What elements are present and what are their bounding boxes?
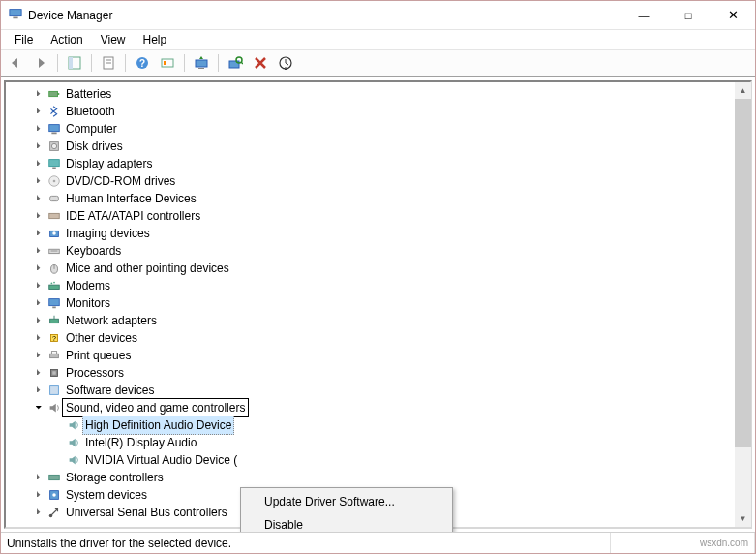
speaker-icon xyxy=(66,452,81,468)
expand-arrow-icon[interactable]: ⏵ xyxy=(31,104,46,119)
expand-arrow-icon[interactable]: ⏵ xyxy=(31,278,46,293)
tree-node[interactable]: ⏵Keyboards xyxy=(8,242,748,260)
show-hide-console-tree-button[interactable] xyxy=(64,52,85,74)
expand-arrow-icon[interactable]: ⏵ xyxy=(31,261,46,276)
scroll-down-button[interactable]: ▼ xyxy=(735,510,751,527)
tree-node[interactable]: ⏵Mice and other pointing devices xyxy=(8,260,748,277)
imaging-icon xyxy=(46,226,62,241)
update-driver-button[interactable] xyxy=(191,52,212,74)
disable-button[interactable] xyxy=(275,52,296,74)
svg-rect-45 xyxy=(51,352,56,354)
action-button[interactable] xyxy=(157,52,178,74)
maximize-button[interactable]: □ xyxy=(666,1,711,30)
expand-arrow-icon[interactable]: ⏵ xyxy=(31,330,46,346)
expand-arrow-icon[interactable]: ⏵ xyxy=(31,191,46,206)
tree-node[interactable]: NVIDIA Virtual Audio Device ( xyxy=(8,451,748,469)
expand-arrow-icon[interactable]: ⏵ xyxy=(31,208,46,224)
menu-file[interactable]: File xyxy=(7,31,41,48)
expand-arrow-icon[interactable]: ⏵ xyxy=(31,383,46,398)
expand-arrow-icon[interactable]: ⏵ xyxy=(31,243,46,259)
uninstall-button[interactable] xyxy=(250,52,271,74)
menu-help[interactable]: Help xyxy=(136,31,175,48)
tree-node[interactable]: ⏵IDE ATA/ATAPI controllers xyxy=(8,207,748,225)
svg-rect-17 xyxy=(49,91,58,96)
titlebar: Device Manager — □ ✕ xyxy=(1,1,755,30)
expand-arrow-icon[interactable]: ⏵ xyxy=(31,487,46,503)
tree-node[interactable]: ⏵Monitors xyxy=(8,294,748,312)
tree-node-label: Monitors xyxy=(66,294,110,312)
tree-node[interactable]: ⏵Software devices xyxy=(8,382,748,399)
tree-node[interactable]: ⏵Imaging devices xyxy=(8,225,748,242)
expand-arrow-icon[interactable]: ⏵ xyxy=(31,313,46,328)
scroll-thumb[interactable] xyxy=(735,99,751,447)
window-buttons: — □ ✕ xyxy=(621,1,755,30)
expand-arrow-icon[interactable]: ⏵ xyxy=(31,138,46,154)
tree-node-label: Imaging devices xyxy=(66,225,150,242)
system-icon xyxy=(46,487,62,503)
svg-rect-18 xyxy=(58,93,60,95)
tree-node[interactable]: ⏵Print queues xyxy=(8,347,748,364)
svg-point-36 xyxy=(51,283,53,285)
menu-action[interactable]: Action xyxy=(43,31,90,48)
toolbar-separator xyxy=(184,54,185,72)
context-menu-item[interactable]: Update Driver Software... xyxy=(243,490,450,513)
disk-icon xyxy=(46,138,62,154)
tree-node-label: Universal Serial Bus controllers xyxy=(66,504,227,521)
vertical-scrollbar[interactable]: ▲ ▼ xyxy=(735,82,751,527)
tree-node[interactable]: ⏵Batteries xyxy=(8,85,748,103)
tree-node[interactable]: ⏵Display adapters xyxy=(8,155,748,172)
tree-node[interactable]: ⏵DVD/CD-ROM drives xyxy=(8,172,748,190)
tree-node-label: Other devices xyxy=(66,329,137,347)
tree-node[interactable]: ⏵Human Interface Devices xyxy=(8,190,748,207)
tree-node[interactable]: ⏵Modems xyxy=(8,277,748,294)
svg-rect-19 xyxy=(49,125,60,132)
help-button[interactable]: ? xyxy=(132,52,153,74)
expand-arrow-icon[interactable]: ⏵ xyxy=(31,226,46,241)
svg-rect-35 xyxy=(49,285,60,289)
context-menu-item[interactable]: Disable xyxy=(243,513,450,532)
print-icon xyxy=(46,348,62,363)
device-tree[interactable]: ⏵Batteries⏵Bluetooth⏵Computer⏵Disk drive… xyxy=(6,82,750,524)
tree-node[interactable]: Intel(R) Display Audio xyxy=(8,434,748,451)
expand-arrow-icon[interactable]: ⏵ xyxy=(31,470,46,485)
tree-node[interactable]: ⏵Computer xyxy=(8,120,748,138)
expand-arrow-icon[interactable]: ⏵ xyxy=(31,348,46,363)
tree-node-label: DVD/CD-ROM drives xyxy=(66,172,175,190)
tree-node[interactable]: ⏵Network adapters xyxy=(8,312,748,329)
expand-arrow-icon[interactable]: ⏵ xyxy=(31,86,46,102)
ide-icon xyxy=(46,208,62,224)
collapse-arrow-icon[interactable]: ⏷ xyxy=(31,400,46,416)
tree-node-label: High Definition Audio Device xyxy=(82,416,234,435)
scan-hardware-button[interactable] xyxy=(225,52,246,74)
expand-arrow-icon[interactable]: ⏵ xyxy=(31,295,46,311)
tree-node[interactable]: ⏵Disk drives xyxy=(8,138,748,155)
tree-node[interactable]: ⏵Storage controllers xyxy=(8,469,748,486)
scroll-up-button[interactable]: ▲ xyxy=(735,82,751,99)
tree-node[interactable]: High Definition Audio Device xyxy=(8,416,748,434)
minimize-button[interactable]: — xyxy=(621,1,666,30)
tree-pane: ⏵Batteries⏵Bluetooth⏵Computer⏵Disk drive… xyxy=(4,80,752,529)
no-arrow xyxy=(50,435,66,450)
close-button[interactable]: ✕ xyxy=(711,1,755,30)
tree-node-label: Batteries xyxy=(66,85,111,103)
network-icon xyxy=(46,313,62,328)
tree-node[interactable]: ⏷Sound, video and game controllers xyxy=(8,399,748,416)
monitor-icon xyxy=(46,295,62,311)
expand-arrow-icon[interactable]: ⏵ xyxy=(31,505,46,520)
expand-arrow-icon[interactable]: ⏵ xyxy=(31,156,46,171)
tree-node[interactable]: ⏵Bluetooth xyxy=(8,103,748,120)
back-button[interactable] xyxy=(5,52,26,74)
menu-view[interactable]: View xyxy=(93,31,134,48)
status-text: Uninstalls the driver for the selected d… xyxy=(1,533,611,553)
tree-node[interactable]: ⏵?Other devices xyxy=(8,329,748,347)
properties-button[interactable] xyxy=(98,52,119,74)
expand-arrow-icon[interactable]: ⏵ xyxy=(31,121,46,137)
svg-rect-27 xyxy=(50,196,59,200)
usb-icon xyxy=(46,505,62,520)
tree-node-label: Processors xyxy=(66,364,124,382)
tree-node[interactable]: ⏵Processors xyxy=(8,364,748,382)
expand-arrow-icon[interactable]: ⏵ xyxy=(31,173,46,189)
expand-arrow-icon[interactable]: ⏵ xyxy=(31,365,46,381)
forward-button[interactable] xyxy=(30,52,51,74)
svg-point-51 xyxy=(52,493,56,497)
